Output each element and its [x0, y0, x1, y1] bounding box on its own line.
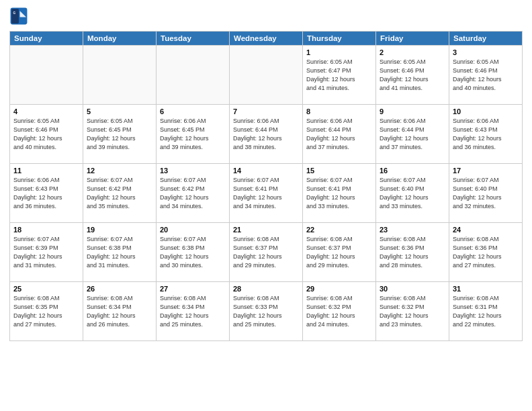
weekday-thursday: Thursday: [303, 32, 376, 46]
calendar-cell: 19Sunrise: 6:07 AM Sunset: 6:38 PM Dayli…: [83, 223, 157, 282]
day-info: Sunrise: 6:05 AM Sunset: 6:47 PM Dayligh…: [306, 58, 372, 93]
day-number: 31: [453, 285, 519, 293]
calendar-cell: 6Sunrise: 6:06 AM Sunset: 6:45 PM Daylig…: [157, 105, 230, 164]
day-number: 22: [306, 226, 372, 234]
calendar-cell: 29Sunrise: 6:08 AM Sunset: 6:32 PM Dayli…: [303, 282, 376, 341]
day-number: 14: [233, 167, 299, 175]
calendar-cell: 2Sunrise: 6:05 AM Sunset: 6:46 PM Daylig…: [376, 46, 449, 105]
day-number: 8: [306, 107, 372, 116]
day-info: Sunrise: 6:06 AM Sunset: 6:43 PM Dayligh…: [453, 117, 519, 152]
calendar-cell: 31Sunrise: 6:08 AM Sunset: 6:31 PM Dayli…: [449, 282, 523, 341]
day-number: 17: [453, 167, 519, 175]
day-info: Sunrise: 6:08 AM Sunset: 6:34 PM Dayligh…: [160, 294, 226, 329]
day-info: Sunrise: 6:07 AM Sunset: 6:39 PM Dayligh…: [13, 235, 79, 270]
weekday-sunday: Sunday: [10, 32, 83, 46]
day-info: Sunrise: 6:07 AM Sunset: 6:40 PM Dayligh…: [380, 176, 445, 211]
day-number: 2: [380, 48, 445, 56]
day-info: Sunrise: 6:07 AM Sunset: 6:38 PM Dayligh…: [87, 235, 152, 270]
week-row-3: 11Sunrise: 6:06 AM Sunset: 6:43 PM Dayli…: [10, 164, 523, 223]
svg-text:G: G: [13, 11, 15, 15]
day-number: 4: [13, 107, 79, 116]
day-number: 20: [160, 226, 226, 234]
calendar-cell: 24Sunrise: 6:08 AM Sunset: 6:36 PM Dayli…: [449, 223, 523, 282]
calendar-cell: 23Sunrise: 6:08 AM Sunset: 6:36 PM Dayli…: [376, 223, 449, 282]
day-number: 28: [233, 285, 299, 293]
day-number: 1: [306, 48, 372, 56]
week-row-2: 4Sunrise: 6:05 AM Sunset: 6:46 PM Daylig…: [10, 105, 523, 164]
logo-icon: G: [9, 7, 28, 26]
calendar-cell: 8Sunrise: 6:06 AM Sunset: 6:44 PM Daylig…: [303, 105, 376, 164]
day-info: Sunrise: 6:07 AM Sunset: 6:41 PM Dayligh…: [233, 176, 299, 211]
calendar-cell: 5Sunrise: 6:05 AM Sunset: 6:45 PM Daylig…: [83, 105, 157, 164]
day-number: 6: [160, 107, 226, 116]
calendar-cell: 10Sunrise: 6:06 AM Sunset: 6:43 PM Dayli…: [449, 105, 523, 164]
day-number: 27: [160, 285, 226, 293]
calendar-cell: 20Sunrise: 6:07 AM Sunset: 6:38 PM Dayli…: [157, 223, 230, 282]
day-info: Sunrise: 6:05 AM Sunset: 6:46 PM Dayligh…: [380, 58, 445, 93]
week-row-5: 25Sunrise: 6:08 AM Sunset: 6:35 PM Dayli…: [10, 282, 523, 341]
day-info: Sunrise: 6:08 AM Sunset: 6:32 PM Dayligh…: [306, 294, 372, 329]
day-info: Sunrise: 6:07 AM Sunset: 6:40 PM Dayligh…: [453, 176, 519, 211]
day-number: 29: [306, 285, 372, 293]
day-info: Sunrise: 6:07 AM Sunset: 6:38 PM Dayligh…: [160, 235, 226, 270]
calendar-cell: 7Sunrise: 6:06 AM Sunset: 6:44 PM Daylig…: [230, 105, 303, 164]
calendar-cell: 22Sunrise: 6:08 AM Sunset: 6:37 PM Dayli…: [303, 223, 376, 282]
calendar-cell: [157, 46, 230, 105]
calendar-cell: 21Sunrise: 6:08 AM Sunset: 6:37 PM Dayli…: [230, 223, 303, 282]
weekday-monday: Monday: [83, 32, 157, 46]
day-number: 13: [160, 167, 226, 175]
day-info: Sunrise: 6:06 AM Sunset: 6:44 PM Dayligh…: [306, 117, 372, 152]
weekday-tuesday: Tuesday: [157, 32, 230, 46]
calendar-cell: 12Sunrise: 6:07 AM Sunset: 6:42 PM Dayli…: [83, 164, 157, 223]
day-info: Sunrise: 6:06 AM Sunset: 6:44 PM Dayligh…: [233, 117, 299, 152]
calendar-cell: 30Sunrise: 6:08 AM Sunset: 6:32 PM Dayli…: [376, 282, 449, 341]
day-number: 21: [233, 226, 299, 234]
logo: G: [9, 7, 31, 26]
day-info: Sunrise: 6:08 AM Sunset: 6:37 PM Dayligh…: [233, 235, 299, 270]
calendar-cell: 26Sunrise: 6:08 AM Sunset: 6:34 PM Dayli…: [83, 282, 157, 341]
weekday-saturday: Saturday: [449, 32, 523, 46]
day-info: Sunrise: 6:05 AM Sunset: 6:45 PM Dayligh…: [87, 117, 152, 152]
day-info: Sunrise: 6:08 AM Sunset: 6:36 PM Dayligh…: [380, 235, 445, 270]
calendar-cell: 28Sunrise: 6:08 AM Sunset: 6:33 PM Dayli…: [230, 282, 303, 341]
day-number: 3: [453, 48, 519, 56]
calendar-cell: [83, 46, 157, 105]
day-info: Sunrise: 6:07 AM Sunset: 6:41 PM Dayligh…: [306, 176, 372, 211]
weekday-wednesday: Wednesday: [230, 32, 303, 46]
week-row-1: 1Sunrise: 6:05 AM Sunset: 6:47 PM Daylig…: [10, 46, 523, 105]
day-info: Sunrise: 6:07 AM Sunset: 6:42 PM Dayligh…: [160, 176, 226, 211]
day-number: 18: [13, 226, 79, 234]
calendar-cell: 11Sunrise: 6:06 AM Sunset: 6:43 PM Dayli…: [10, 164, 83, 223]
day-info: Sunrise: 6:08 AM Sunset: 6:35 PM Dayligh…: [13, 294, 79, 329]
day-number: 23: [380, 226, 445, 234]
day-info: Sunrise: 6:08 AM Sunset: 6:36 PM Dayligh…: [453, 235, 519, 270]
day-number: 11: [13, 167, 79, 175]
day-info: Sunrise: 6:06 AM Sunset: 6:43 PM Dayligh…: [13, 176, 79, 211]
calendar-cell: 13Sunrise: 6:07 AM Sunset: 6:42 PM Dayli…: [157, 164, 230, 223]
day-number: 15: [306, 167, 372, 175]
day-info: Sunrise: 6:08 AM Sunset: 6:31 PM Dayligh…: [453, 294, 519, 329]
calendar-cell: 17Sunrise: 6:07 AM Sunset: 6:40 PM Dayli…: [449, 164, 523, 223]
weekday-friday: Friday: [376, 32, 449, 46]
day-info: Sunrise: 6:05 AM Sunset: 6:46 PM Dayligh…: [453, 58, 519, 93]
calendar-cell: 25Sunrise: 6:08 AM Sunset: 6:35 PM Dayli…: [10, 282, 83, 341]
calendar-cell: 1Sunrise: 6:05 AM Sunset: 6:47 PM Daylig…: [303, 46, 376, 105]
day-number: 26: [87, 285, 152, 293]
day-number: 12: [87, 167, 152, 175]
weekday-header-row: SundayMondayTuesdayWednesdayThursdayFrid…: [10, 32, 523, 46]
day-number: 30: [380, 285, 445, 293]
day-number: 9: [380, 107, 445, 116]
calendar-cell: [10, 46, 83, 105]
day-number: 25: [13, 285, 79, 293]
day-number: 5: [87, 107, 152, 116]
calendar-cell: 16Sunrise: 6:07 AM Sunset: 6:40 PM Dayli…: [376, 164, 449, 223]
calendar-cell: 18Sunrise: 6:07 AM Sunset: 6:39 PM Dayli…: [10, 223, 83, 282]
calendar-cell: 15Sunrise: 6:07 AM Sunset: 6:41 PM Dayli…: [303, 164, 376, 223]
calendar-table: SundayMondayTuesdayWednesdayThursdayFrid…: [9, 31, 523, 341]
day-number: 24: [453, 226, 519, 234]
day-info: Sunrise: 6:05 AM Sunset: 6:46 PM Dayligh…: [13, 117, 79, 152]
day-number: 16: [380, 167, 445, 175]
page-header: G: [9, 7, 523, 26]
calendar-cell: 3Sunrise: 6:05 AM Sunset: 6:46 PM Daylig…: [449, 46, 523, 105]
day-number: 7: [233, 107, 299, 116]
